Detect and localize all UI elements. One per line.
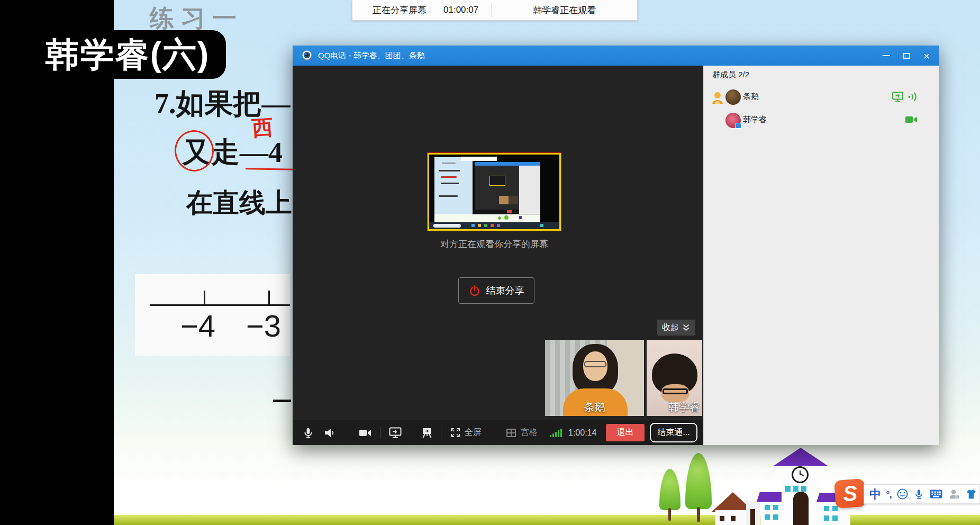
school-window (773, 505, 778, 510)
screen: 练习一 韩学睿(六) 7.如果把— 又走—4 西 在直线上 −4 −3 正在分享… (0, 0, 980, 525)
microphone-icon (302, 427, 314, 439)
call-duration-text: 1:00:14 (568, 428, 596, 438)
member1-status-icons (892, 91, 918, 103)
window-titlebar[interactable]: QQ电话 - 韩学睿、团团、条鹅 × (293, 46, 939, 66)
video2-glasses (663, 388, 688, 394)
grid-view-label: 宫格 (521, 427, 538, 438)
qq-call-window: QQ电话 - 韩学睿、团团、条鹅 × (293, 46, 939, 445)
number-line-tick (268, 291, 270, 306)
number-line-tick (204, 291, 205, 306)
mini-qq-window (475, 162, 540, 214)
grid-view-button[interactable]: 宫格 (505, 420, 538, 445)
member2-badge (736, 123, 741, 129)
camera-icon (358, 427, 372, 439)
slide-problem-line3: 在直线上 (186, 185, 292, 221)
member2-status-icons (904, 114, 918, 125)
video-thumbnail-tiao-e[interactable]: 条鹅 (545, 340, 644, 416)
number-line-label: −4 (180, 308, 215, 343)
mini-taskbar (429, 222, 559, 229)
school-window (765, 514, 770, 520)
school-window (832, 515, 838, 521)
ime-voice-button[interactable] (913, 488, 924, 500)
mini-scenery (434, 214, 540, 222)
ime-emoji-button[interactable] (896, 488, 909, 500)
house-window (731, 516, 736, 521)
member1-avatar[interactable] (725, 89, 741, 105)
ime-skin-button[interactable] (965, 488, 977, 500)
collapse-thumbnails-button[interactable]: 收起 (657, 320, 695, 336)
exit-label: 退出 (617, 427, 634, 438)
grid-icon (505, 427, 517, 439)
student-name-overlay: 韩学睿(六) (29, 30, 226, 79)
call-duration: 1:00:14 (568, 420, 596, 445)
house-window (720, 516, 724, 521)
members-header: 群成员 2/2 (712, 70, 749, 80)
window-controls: × (876, 46, 937, 66)
signal-bars-icon (550, 429, 562, 437)
call-toolbar: 全屏 宫格 1:00:14 退出 结 (293, 420, 703, 445)
speaker-button[interactable] (323, 420, 336, 445)
ime-toolbar: 中 °, (864, 484, 980, 504)
member2-name: 韩学睿 (743, 115, 767, 125)
end-share-label: 结束分享 (486, 284, 524, 297)
camera-button[interactable] (358, 420, 372, 445)
share-status-text: 正在分享屏幕 (373, 4, 427, 16)
shared-screen-preview (428, 153, 561, 231)
maximize-button[interactable] (896, 46, 917, 66)
speaking-member-icon (711, 90, 724, 105)
end-call-button[interactable]: 结束通... (650, 423, 697, 442)
ime-language-toggle[interactable]: 中 (869, 486, 881, 502)
ime-keyboard-button[interactable] (929, 488, 943, 500)
close-icon: × (923, 50, 930, 61)
school-window (765, 505, 770, 510)
video2-name-label: 韩学睿 (668, 400, 700, 414)
end-call-label: 结束通... (657, 427, 689, 438)
window-title: QQ电话 - 韩学睿、团团、条鹅 (318, 46, 425, 66)
video1-name-label: 条鹅 (584, 400, 605, 414)
viewer-status-text: 韩学睿正在观看 (533, 4, 596, 16)
call-main-area: 对方正在观看你分享的屏幕 结束分享 收起 (293, 66, 703, 420)
school-window (824, 506, 829, 511)
red-handwriting-annotation: 西 (251, 113, 274, 143)
screen-share-status-bar[interactable]: 正在分享屏幕 01:00:07 韩学睿正在观看 (352, 0, 638, 21)
video1-glasses (584, 361, 606, 367)
ime-punctuation-toggle[interactable]: °, (886, 488, 892, 500)
whiteboard-easel-icon (420, 426, 434, 439)
school-window (793, 486, 798, 492)
tree-small-trunk (668, 508, 671, 521)
whiteboard-button[interactable] (420, 420, 434, 445)
member-row-han-xuerui[interactable]: 韩学睿 (704, 111, 939, 131)
member-row-tiao-e[interactable]: 条鹅 (704, 88, 939, 108)
watching-status-text: 对方正在观看你分享的屏幕 (428, 238, 561, 250)
fullscreen-button[interactable]: 全屏 (450, 420, 482, 445)
ime-account-button[interactable] (948, 488, 960, 500)
member1-name: 条鹅 (743, 92, 759, 102)
webcam-icon (301, 50, 313, 61)
video-thumbnail-han-xuerui[interactable]: 韩学睿 (647, 340, 702, 416)
close-button[interactable]: × (917, 46, 937, 66)
sogou-logo[interactable]: S (834, 478, 866, 509)
sharing-screen-icon (892, 91, 904, 103)
microphone-button[interactable] (302, 420, 314, 445)
number-line-label: −3 (246, 308, 281, 343)
exit-button[interactable]: 退出 (606, 424, 645, 441)
school-window (832, 506, 838, 511)
end-share-button[interactable]: 结束分享 (458, 277, 534, 304)
number-line-figure: −4 −3 (135, 274, 290, 356)
double-chevron-down-icon (682, 323, 691, 332)
camera-on-icon (904, 114, 918, 125)
speaker-icon (323, 427, 336, 439)
minimize-button[interactable] (876, 46, 896, 66)
maximize-icon (903, 53, 910, 59)
school-clock (792, 466, 809, 483)
toolbar-divider (441, 427, 441, 439)
speaking-waves-icon (908, 91, 918, 103)
house-door (750, 509, 755, 525)
power-icon (469, 285, 480, 296)
school-window (785, 486, 791, 492)
collapse-label: 收起 (662, 322, 679, 333)
fullscreen-icon (450, 427, 461, 438)
share-screen-button[interactable] (388, 420, 402, 445)
mini-slide (434, 157, 473, 214)
school-window (824, 515, 829, 521)
